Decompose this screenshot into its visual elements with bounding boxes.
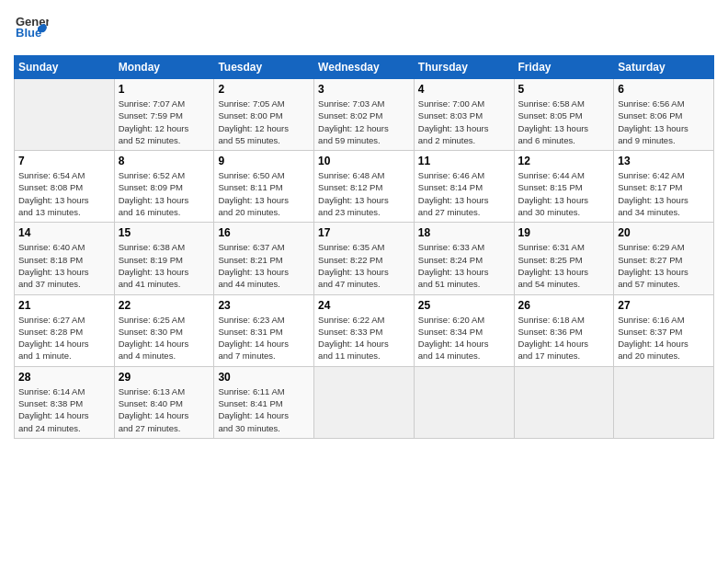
calendar-cell: 1Sunrise: 7:07 AMSunset: 7:59 PMDaylight…: [114, 79, 214, 151]
day-number: 30: [218, 371, 310, 384]
calendar-table: SundayMondayTuesdayWednesdayThursdayFrid…: [14, 55, 714, 439]
day-number: 16: [218, 226, 310, 239]
day-number: 12: [518, 155, 610, 167]
calendar-cell: 17Sunrise: 6:35 AMSunset: 8:22 PMDayligh…: [314, 223, 415, 294]
calendar-cell: 29Sunrise: 6:13 AMSunset: 8:40 PMDayligh…: [114, 366, 214, 438]
calendar-cell: 10Sunrise: 6:48 AMSunset: 8:12 PMDayligh…: [314, 151, 415, 223]
day-info: Sunrise: 7:00 AMSunset: 8:03 PMDaylight:…: [418, 98, 510, 146]
calendar-cell: 8Sunrise: 6:52 AMSunset: 8:09 PMDaylight…: [114, 151, 214, 223]
day-number: 14: [18, 226, 110, 239]
calendar-cell: [514, 366, 614, 438]
calendar-cell: 12Sunrise: 6:44 AMSunset: 8:15 PMDayligh…: [514, 151, 614, 223]
day-info: Sunrise: 6:44 AMSunset: 8:15 PMDaylight:…: [518, 169, 610, 218]
day-number: 22: [119, 299, 210, 312]
day-number: 27: [618, 299, 710, 312]
calendar-cell: 4Sunrise: 7:00 AMSunset: 8:03 PMDaylight…: [414, 79, 514, 151]
calendar-cell: [414, 366, 514, 438]
calendar-cell: 15Sunrise: 6:38 AMSunset: 8:19 PMDayligh…: [114, 223, 214, 294]
day-info: Sunrise: 6:25 AMSunset: 8:30 PMDaylight:…: [119, 314, 210, 362]
day-info: Sunrise: 6:58 AMSunset: 8:05 PMDaylight:…: [518, 98, 610, 146]
calendar-cell: 30Sunrise: 6:11 AMSunset: 8:41 PMDayligh…: [214, 366, 314, 438]
calendar-cell: 6Sunrise: 6:56 AMSunset: 8:06 PMDaylight…: [614, 79, 714, 151]
col-header-sunday: Sunday: [15, 56, 115, 79]
calendar-cell: 9Sunrise: 6:50 AMSunset: 8:11 PMDaylight…: [214, 151, 314, 223]
logo-icon: General Blue: [14, 9, 49, 44]
day-number: 24: [318, 299, 410, 312]
day-info: Sunrise: 7:05 AMSunset: 8:00 PMDaylight:…: [218, 98, 310, 146]
day-info: Sunrise: 6:18 AMSunset: 8:36 PMDaylight:…: [518, 314, 610, 362]
day-info: Sunrise: 6:35 AMSunset: 8:22 PMDaylight:…: [318, 241, 410, 290]
day-info: Sunrise: 6:14 AMSunset: 8:38 PMDaylight:…: [18, 385, 110, 434]
day-number: 8: [119, 155, 210, 167]
calendar-cell: [614, 366, 714, 438]
day-info: Sunrise: 6:27 AMSunset: 8:28 PMDaylight:…: [18, 314, 110, 362]
col-header-tuesday: Tuesday: [214, 56, 314, 79]
day-info: Sunrise: 6:29 AMSunset: 8:27 PMDaylight:…: [618, 241, 710, 290]
day-number: 3: [318, 83, 410, 96]
day-number: 18: [418, 226, 510, 239]
day-number: 13: [618, 155, 710, 167]
col-header-saturday: Saturday: [614, 56, 714, 79]
day-number: 7: [18, 155, 110, 167]
day-info: Sunrise: 6:54 AMSunset: 8:08 PMDaylight:…: [18, 169, 110, 218]
day-number: 17: [318, 226, 410, 239]
day-number: 28: [18, 371, 110, 384]
day-number: 11: [418, 155, 510, 167]
day-number: 4: [418, 83, 510, 96]
day-info: Sunrise: 6:56 AMSunset: 8:06 PMDaylight:…: [618, 98, 710, 146]
day-info: Sunrise: 6:22 AMSunset: 8:33 PMDaylight:…: [318, 314, 410, 362]
col-header-monday: Monday: [114, 56, 214, 79]
calendar-cell: 3Sunrise: 7:03 AMSunset: 8:02 PMDaylight…: [314, 79, 415, 151]
day-info: Sunrise: 7:07 AMSunset: 7:59 PMDaylight:…: [119, 98, 210, 146]
day-number: 23: [218, 299, 310, 312]
day-number: 2: [218, 83, 310, 96]
day-number: 21: [18, 299, 110, 312]
day-number: 19: [518, 226, 610, 239]
svg-text:Blue: Blue: [16, 26, 41, 40]
calendar-cell: [15, 79, 115, 151]
calendar-cell: 18Sunrise: 6:33 AMSunset: 8:24 PMDayligh…: [414, 223, 514, 294]
calendar-cell: 26Sunrise: 6:18 AMSunset: 8:36 PMDayligh…: [514, 294, 614, 366]
day-info: Sunrise: 6:33 AMSunset: 8:24 PMDaylight:…: [418, 241, 510, 290]
col-header-wednesday: Wednesday: [314, 56, 415, 79]
day-number: 20: [618, 226, 710, 239]
day-info: Sunrise: 6:20 AMSunset: 8:34 PMDaylight:…: [418, 314, 510, 362]
day-info: Sunrise: 6:50 AMSunset: 8:11 PMDaylight:…: [218, 169, 310, 218]
day-number: 25: [418, 299, 510, 312]
calendar-cell: 20Sunrise: 6:29 AMSunset: 8:27 PMDayligh…: [614, 223, 714, 294]
day-number: 5: [518, 83, 610, 96]
day-info: Sunrise: 6:31 AMSunset: 8:25 PMDaylight:…: [518, 241, 610, 290]
calendar-cell: 25Sunrise: 6:20 AMSunset: 8:34 PMDayligh…: [414, 294, 514, 366]
day-info: Sunrise: 6:42 AMSunset: 8:17 PMDaylight:…: [618, 169, 710, 218]
day-info: Sunrise: 6:16 AMSunset: 8:37 PMDaylight:…: [618, 314, 710, 362]
main-container: General Blue SundayMondayTuesdayWednesda…: [0, 0, 728, 448]
day-info: Sunrise: 6:40 AMSunset: 8:18 PMDaylight:…: [18, 241, 110, 290]
day-info: Sunrise: 6:13 AMSunset: 8:40 PMDaylight:…: [119, 385, 210, 434]
day-number: 10: [318, 155, 410, 167]
calendar-cell: 14Sunrise: 6:40 AMSunset: 8:18 PMDayligh…: [15, 223, 115, 294]
calendar-cell: 28Sunrise: 6:14 AMSunset: 8:38 PMDayligh…: [15, 366, 115, 438]
calendar-cell: 22Sunrise: 6:25 AMSunset: 8:30 PMDayligh…: [114, 294, 214, 366]
calendar-cell: 24Sunrise: 6:22 AMSunset: 8:33 PMDayligh…: [314, 294, 415, 366]
calendar-cell: 27Sunrise: 6:16 AMSunset: 8:37 PMDayligh…: [614, 294, 714, 366]
calendar-cell: 19Sunrise: 6:31 AMSunset: 8:25 PMDayligh…: [514, 223, 614, 294]
calendar-cell: 7Sunrise: 6:54 AMSunset: 8:08 PMDaylight…: [15, 151, 115, 223]
calendar-cell: 16Sunrise: 6:37 AMSunset: 8:21 PMDayligh…: [214, 223, 314, 294]
logo: General Blue: [14, 9, 49, 48]
calendar-cell: 11Sunrise: 6:46 AMSunset: 8:14 PMDayligh…: [414, 151, 514, 223]
day-info: Sunrise: 6:11 AMSunset: 8:41 PMDaylight:…: [218, 385, 310, 434]
day-info: Sunrise: 7:03 AMSunset: 8:02 PMDaylight:…: [318, 98, 410, 146]
day-number: 15: [119, 226, 210, 239]
day-number: 26: [518, 299, 610, 312]
day-info: Sunrise: 6:52 AMSunset: 8:09 PMDaylight:…: [119, 169, 210, 218]
day-info: Sunrise: 6:48 AMSunset: 8:12 PMDaylight:…: [318, 169, 410, 218]
day-info: Sunrise: 6:37 AMSunset: 8:21 PMDaylight:…: [218, 241, 310, 290]
day-info: Sunrise: 6:38 AMSunset: 8:19 PMDaylight:…: [119, 241, 210, 290]
calendar-cell: 21Sunrise: 6:27 AMSunset: 8:28 PMDayligh…: [15, 294, 115, 366]
col-header-friday: Friday: [514, 56, 614, 79]
day-info: Sunrise: 6:46 AMSunset: 8:14 PMDaylight:…: [418, 169, 510, 218]
calendar-cell: [314, 366, 415, 438]
day-number: 6: [618, 83, 710, 96]
calendar-cell: 2Sunrise: 7:05 AMSunset: 8:00 PMDaylight…: [214, 79, 314, 151]
calendar-cell: 5Sunrise: 6:58 AMSunset: 8:05 PMDaylight…: [514, 79, 614, 151]
